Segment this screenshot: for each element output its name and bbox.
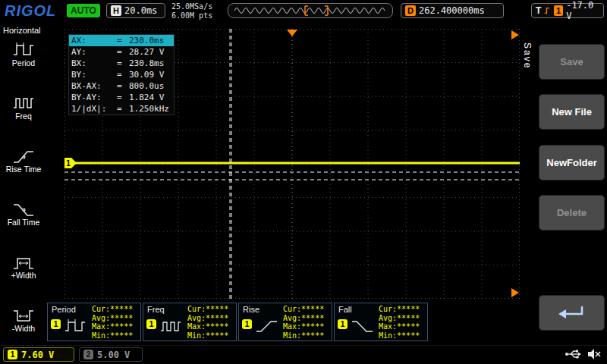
- h-badge: H: [111, 5, 121, 16]
- channel1-level-marker[interactable]: 1: [64, 158, 77, 168]
- plus-width-icon: [12, 253, 35, 271]
- return-arrow-icon: [556, 303, 588, 323]
- oscilloscope-screen: RIGOL AUTO H 20.0ms 25.0MSa/s 6.00M pts …: [0, 0, 607, 364]
- horizontal-scale-indicator: H 20.0ms: [106, 3, 165, 18]
- period-meas-icon: [64, 318, 88, 334]
- minus-width-icon: [12, 306, 35, 325]
- measurement-slot-rise[interactable]: Rise 1 Cur:***** Avg:***** Max:***** Min…: [238, 303, 332, 341]
- save-menu-panel: Save Save New File NewFolder Delete: [520, 23, 607, 346]
- measurement-stats: Cur:***** Avg:***** Max:***** Min:*****: [379, 305, 420, 340]
- cursor-row-by: BY: = 30.09 V: [69, 69, 174, 80]
- measurement-slot-fall[interactable]: Fall 1 Cur:***** Avg:***** Max:***** Min…: [334, 303, 428, 341]
- measure-item-fall-time[interactable]: Fall Time: [0, 200, 47, 249]
- rise-time-icon: [12, 147, 35, 165]
- delay-badge: D: [405, 5, 416, 16]
- measurement-stats: Cur:***** Avg:***** Max:***** Min:*****: [92, 305, 133, 340]
- top-status-bar: RIGOL AUTO H 20.0ms 25.0MSa/s 6.00M pts …: [0, 0, 607, 23]
- measure-item-plus-width[interactable]: +Width: [0, 253, 47, 302]
- svg-text:1: 1: [66, 159, 71, 168]
- channel2-status[interactable]: 2 5.00 V: [79, 347, 143, 362]
- cursor-readout-panel: AX: = 230.0ms AY: = 28.27 V BX: = 230.8m…: [68, 34, 175, 115]
- trigger-level-value: -17.0 V: [566, 0, 599, 21]
- freq-icon: [12, 94, 35, 112]
- usb-icon: [565, 349, 581, 359]
- trigger-delay-indicator: D 262.400000ms: [401, 3, 504, 18]
- back-button[interactable]: [539, 295, 605, 331]
- fall-time-icon: [12, 200, 35, 218]
- cursor-row-ax[interactable]: AX: = 230.0ms: [69, 35, 174, 46]
- speaker-muted-icon: [587, 348, 601, 360]
- cursor-row-inv-dx: 1/|dX|: = 1.250kHz: [69, 103, 174, 115]
- trigger-indicator: T 1 -17.0 V: [531, 3, 604, 18]
- offscreen-marker-top-icon: [511, 30, 519, 39]
- channel-badge: 1: [242, 319, 252, 329]
- channel1-badge: 1: [8, 350, 17, 359]
- freq-meas-icon: [159, 318, 184, 334]
- channel-badge: 1: [146, 319, 156, 329]
- save-button[interactable]: Save: [539, 44, 605, 80]
- trigger-label: T: [536, 5, 541, 16]
- fall-meas-icon: [351, 318, 375, 334]
- acquisition-info: 25.0MSa/s 6.00M pts: [171, 2, 212, 20]
- channel1-status[interactable]: 1 7.60 V: [3, 347, 74, 362]
- channel-status-bar: 1 7.60 V 2 5.00 V: [0, 345, 607, 364]
- rigol-logo: RIGOL: [5, 2, 56, 20]
- menu-tab-title: Save: [522, 42, 533, 69]
- memory-depth: 6.00M pts: [171, 11, 212, 20]
- cursor-row-bx-ax: BX-AX: = 800.0us: [69, 80, 174, 92]
- cursor-row-bx: BX: = 230.8ms: [69, 58, 174, 69]
- new-file-button[interactable]: New File: [539, 94, 605, 130]
- measurement-slot-freq[interactable]: Freq 1 Cur:***** Avg:***** Max:***** Min…: [143, 303, 237, 341]
- trigger-source-badge: 1: [554, 5, 563, 16]
- waveform-overview-strip[interactable]: [228, 3, 393, 18]
- h-scale-value: 20.0ms: [124, 5, 157, 16]
- new-folder-button[interactable]: NewFolder: [539, 145, 605, 180]
- offscreen-marker-bottom-icon: [511, 288, 519, 297]
- trigger-position-marker[interactable]: [287, 30, 297, 36]
- period-icon: [12, 41, 35, 59]
- sample-rate: 25.0MSa/s: [171, 2, 212, 11]
- rise-meas-icon: [255, 318, 279, 334]
- measurement-stats: Cur:***** Avg:***** Max:***** Min:*****: [187, 305, 228, 340]
- channel-badge: 1: [338, 319, 348, 329]
- left-menu-title: Horizontal: [0, 24, 47, 36]
- trigger-slope-icon: [544, 6, 551, 15]
- channel2-scale: 5.00 V: [97, 350, 130, 360]
- cursor-row-ay: AY: = 28.27 V: [69, 46, 174, 58]
- measurement-slot-period[interactable]: Period 1 Cur:***** Avg:***** Max:***** M…: [47, 303, 141, 341]
- measurement-stats: Cur:***** Avg:***** Max:***** Min:*****: [283, 305, 324, 340]
- delay-value: 262.400000ms: [419, 5, 485, 16]
- channel-badge: 1: [51, 319, 61, 329]
- measure-menu-sidebar: Horizontal Period Freq Rise Time: [0, 24, 47, 346]
- tray-icons: [565, 348, 601, 360]
- channel1-scale: 7.60 V: [21, 350, 54, 360]
- measure-item-period[interactable]: Period: [0, 41, 47, 89]
- overview-waveform-icon: [232, 5, 388, 17]
- channel2-badge: 2: [83, 350, 93, 359]
- measure-item-rise-time[interactable]: Rise Time: [0, 147, 47, 196]
- cursor-row-by-ay: BY-AY: = 1.824 V: [69, 92, 174, 103]
- measure-item-freq[interactable]: Freq: [0, 94, 47, 143]
- delete-button[interactable]: Delete: [539, 195, 605, 231]
- run-mode-badge: AUTO: [67, 4, 100, 17]
- waveform-display-area[interactable]: 1 AX: = 230.0ms AY: = 28.27 V BX: = 230.…: [64, 29, 520, 299]
